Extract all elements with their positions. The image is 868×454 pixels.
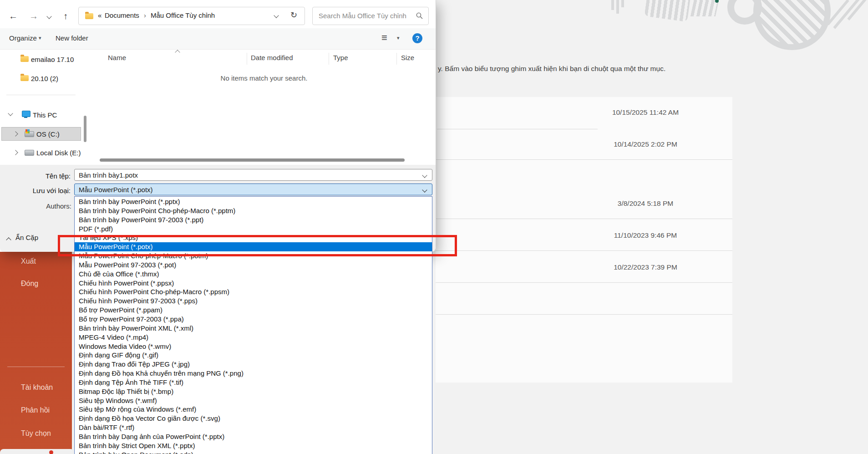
file-row-separator <box>436 314 732 315</box>
filetype-option[interactable]: Chủ đề của Office (*.thmx) <box>75 270 432 279</box>
forward-button[interactable]: → <box>29 11 38 21</box>
file-date-modified: 3/8/2024 5:18 PM <box>605 199 685 208</box>
decorative-striped-circle-icon <box>753 0 831 50</box>
search-box[interactable]: Search Mẫu Office Tùy chỉnh <box>312 7 429 25</box>
os-drive-icon <box>25 131 34 137</box>
folder-icon <box>20 56 29 62</box>
tree-divider <box>6 95 76 95</box>
sort-ascending-icon <box>175 50 180 55</box>
filetype-option[interactable]: Siêu tệp Mở rộng của Windows (*.emf) <box>75 405 432 414</box>
filetype-option[interactable]: Định dạng Tệp Ảnh Thẻ TIFF (*.tif) <box>75 378 432 387</box>
sidebar-divider <box>7 367 65 367</box>
view-list-icon[interactable]: ≡ <box>381 32 387 44</box>
tree-item-2010[interactable]: 20.10 (2) <box>31 75 58 82</box>
column-header-size[interactable]: Size <box>401 54 414 61</box>
filetype-option[interactable]: Bản trình bày PowerPoint XML (*.xml) <box>75 324 432 333</box>
organize-caret-icon: ▾ <box>39 35 41 41</box>
new-folder-button[interactable]: New folder <box>56 34 88 42</box>
decorative-bar-icon <box>621 0 624 7</box>
powerpoint-dot-icon <box>49 450 53 454</box>
address-dropdown-chevron-icon[interactable] <box>274 13 279 18</box>
filetype-option[interactable]: PDF (*.pdf) <box>75 224 432 234</box>
file-row-separator <box>436 282 732 283</box>
filetype-option[interactable]: Định dạng Trao đổi Tệp JPEG (*.jpg) <box>75 360 432 369</box>
filetype-option[interactable]: Bổ trợ PowerPoint (*.ppam) <box>75 306 432 315</box>
file-date-modified: 11/10/2023 9:46 PM <box>605 231 685 240</box>
filetype-option[interactable]: Bitmap Độc lập Thiết bị (*.bmp) <box>75 387 432 396</box>
view-caret-icon[interactable]: ▾ <box>397 35 400 41</box>
refresh-icon[interactable]: ↻ <box>290 10 297 20</box>
authors-label: Authors: <box>26 202 71 210</box>
filename-input[interactable]: Bản trình bày1.potx <box>74 169 432 181</box>
expander-down-icon[interactable] <box>8 111 13 116</box>
sidebar-item-feedback[interactable]: Phản hồi <box>21 406 50 414</box>
filetype-option[interactable]: Chiếu hình PowerPoint (*.ppsx) <box>75 279 432 288</box>
filetype-option[interactable]: Bản trình bày Strict Open XML (*.pptx) <box>75 441 432 450</box>
search-icon <box>416 12 423 19</box>
search-input[interactable]: Search Mẫu Office Tùy chỉnh <box>319 12 406 20</box>
back-button[interactable]: ← <box>9 11 18 21</box>
column-separator[interactable] <box>247 53 247 65</box>
filetype-option[interactable]: Định dạng GIF động (*.gif) <box>75 351 432 360</box>
tree-item-emailao[interactable]: emailao 17.10 <box>31 56 74 63</box>
column-separator[interactable] <box>329 53 329 65</box>
filetype-option[interactable]: Bản trình bày Open Document (*.odp) <box>75 450 432 454</box>
breadcrumb-item-current-folder[interactable]: Mẫu Office Tùy chỉnh <box>151 11 215 19</box>
expander-right-icon[interactable] <box>13 150 18 155</box>
filename-label: Tên tệp: <box>18 172 71 180</box>
column-header-date-modified[interactable]: Date modified <box>251 54 293 61</box>
tree-item-local-disk-e[interactable]: Local Disk (E:) <box>36 149 81 157</box>
sidebar-item-account[interactable]: Tài khoản <box>21 383 53 392</box>
recent-locations-chevron-icon[interactable] <box>46 14 51 19</box>
sidebar-item-close[interactable]: Đóng <box>21 280 38 288</box>
file-row-separator <box>436 159 732 160</box>
decorative-bar-icon <box>611 0 614 10</box>
up-button[interactable]: ↑ <box>63 11 68 21</box>
filetype-label: Lưu với loại: <box>9 187 71 194</box>
tree-item-os-c[interactable]: OS (C:) <box>36 130 60 138</box>
filetype-option[interactable]: Bản trình bày PowerPoint 97-2003 (*.ppt) <box>75 215 432 224</box>
filename-value: Bản trình bày1.potx <box>79 171 138 179</box>
filename-chevron-icon[interactable] <box>422 173 427 178</box>
filetype-option[interactable]: Bản trình bày PowerPoint Cho-phép-Macro … <box>75 206 432 215</box>
filetype-option[interactable]: Bổ trợ PowerPoint 97-2003 (*.ppa) <box>75 315 432 324</box>
file-date-modified: 10/14/2025 2:02 PM <box>605 140 685 148</box>
sidebar-item-export[interactable]: Xuất <box>21 257 36 265</box>
filetype-option[interactable]: Định dạng Đồ họa Vector Co giãn được (*.… <box>75 414 432 423</box>
filetype-option[interactable]: Siêu tệp Windows (*.wmf) <box>75 396 432 405</box>
file-row-separator <box>436 219 732 219</box>
filetype-option[interactable]: Mẫu PowerPoint 97-2003 (*.pot) <box>75 260 432 270</box>
filetype-option[interactable]: Chiếu hình PowerPoint 97-2003 (*.pps) <box>75 296 432 306</box>
filetype-option[interactable]: Định dạng Đồ họa Khả chuyển trên mạng PN… <box>75 369 432 378</box>
tree-scrollbar[interactable] <box>84 116 86 142</box>
filetype-combobox[interactable]: Mẫu PowerPoint (*.potx) <box>74 184 432 195</box>
column-header-name[interactable]: Name <box>108 54 126 61</box>
this-pc-icon <box>22 111 30 117</box>
empty-list-message: No items match your search. <box>173 74 355 82</box>
filetype-value: Mẫu PowerPoint (*.potx) <box>79 186 153 194</box>
filetype-option[interactable]: Windows Media Video (*.wmv) <box>75 342 432 351</box>
file-row-separator <box>437 129 598 129</box>
horizontal-scrollbar[interactable] <box>100 158 405 162</box>
tree-item-this-pc[interactable]: This PC <box>33 111 57 119</box>
sidebar-item-options[interactable]: Tùy chọn <box>21 429 51 438</box>
hide-folders-button[interactable]: Ẩn Cặp <box>15 234 38 241</box>
column-separator[interactable] <box>396 53 397 65</box>
organize-button[interactable]: Organize <box>9 34 37 42</box>
bottom-window-strip <box>0 449 74 454</box>
dialog-toolbar: Organize ▾ New folder ≡ ▾ ? <box>0 28 436 50</box>
filetype-option[interactable]: Bản trình bày PowerPoint (*.pptx) <box>75 197 432 206</box>
breadcrumb-item-documents[interactable]: Documents <box>105 11 139 19</box>
file-date-modified: 10/15/2025 11:42 AM <box>605 108 685 117</box>
filetype-option[interactable]: MPEG-4 Video (*.mp4) <box>75 333 432 342</box>
filetype-option[interactable]: Chiếu hình PowerPoint Cho-phép-Macro (*.… <box>75 287 432 296</box>
filetype-option[interactable]: Bản trình bày Dạng ảnh của PowerPoint (*… <box>75 432 432 441</box>
filetype-chevron-icon[interactable] <box>422 187 427 192</box>
filetype-option[interactable]: Dàn bài/RTF (*.rtf) <box>75 423 432 432</box>
decorative-bar-icon <box>616 0 619 14</box>
address-bar[interactable]: « Documents › Mẫu Office Tùy chỉnh ↻ <box>78 7 305 25</box>
hide-folders-chevron-icon <box>6 237 11 242</box>
help-icon[interactable]: ? <box>412 33 422 43</box>
column-header-type[interactable]: Type <box>333 54 348 61</box>
annotation-red-rectangle <box>58 235 457 256</box>
